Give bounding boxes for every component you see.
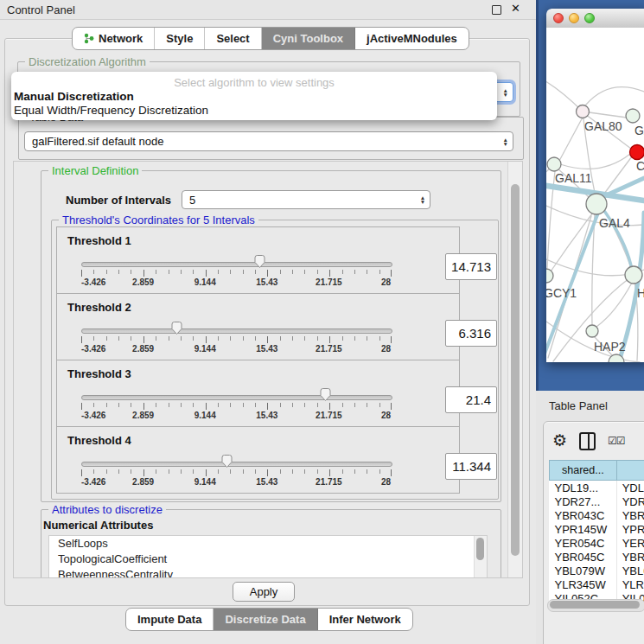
attributes-group-title: Attributes to discretize (48, 503, 166, 516)
node-red[interactable] (630, 145, 644, 160)
attribute-item-betweennesscentrality[interactable]: BetweennessCentrality (49, 567, 487, 578)
scale-label: 9.144 (194, 344, 216, 354)
table-row[interactable]: YBL079WYBL0 (550, 564, 644, 577)
tab-impute-data[interactable]: Impute Data (126, 609, 214, 630)
network-edge (560, 154, 630, 169)
tab-select[interactable]: Select (205, 28, 261, 49)
threshold-value-field[interactable]: 6.316 (445, 320, 497, 347)
table-row[interactable]: YER054CYER0 (550, 536, 644, 550)
float-window-icon[interactable] (492, 5, 501, 15)
table-panel-title: Table Panel (549, 399, 608, 412)
table-cell[interactable]: YDL19... (550, 481, 617, 495)
network-window-titlebar[interactable] (546, 9, 644, 29)
table-cell[interactable]: YER0 (616, 536, 644, 550)
attributes-list-scrollbar[interactable] (474, 536, 487, 578)
close-traffic-light[interactable] (553, 13, 564, 23)
slider-ticks (81, 403, 392, 410)
table-cell[interactable]: YBR0 (616, 508, 644, 522)
table-cell[interactable]: YLR3 (616, 577, 644, 591)
attribute-item-topologicalcoefficient[interactable]: TopologicalCoefficient (49, 552, 487, 567)
columns-icon[interactable] (579, 432, 596, 450)
scale-label: 9.144 (194, 277, 216, 287)
table-cell[interactable]: YER054C (550, 536, 617, 550)
table-horizontal-scrollbar[interactable] (547, 599, 644, 612)
number-of-intervals-combobox[interactable]: 5 ▲▼ (182, 190, 430, 209)
table-row[interactable]: YDL19...YDL1 (550, 481, 644, 495)
table-cell[interactable]: YPR145W (550, 522, 617, 536)
close-icon[interactable]: ✕ (511, 2, 520, 15)
dropdown-item-manual-discretization[interactable]: Manual Discretization (11, 90, 497, 104)
end-tick (391, 469, 392, 476)
column-header-shared[interactable]: shared... (550, 461, 617, 481)
tab-label: Network (99, 32, 143, 45)
major-ticks (81, 336, 392, 343)
tab-cyni-toolbox[interactable]: Cyni Toolbox (262, 28, 355, 49)
threshold-value-field[interactable]: 11.344 (445, 453, 497, 480)
node-h[interactable] (625, 266, 642, 284)
node-hap2[interactable] (586, 325, 598, 337)
scrollbar-thumb[interactable] (550, 601, 640, 609)
table-row[interactable]: YDR27...YDR2 (550, 494, 644, 508)
tab-network[interactable]: Network (73, 28, 155, 49)
table-row[interactable]: YBR043CYBR0 (550, 508, 644, 522)
table-row[interactable]: YBR045CYBR0 (550, 550, 644, 564)
tab-label: Infer Network (329, 613, 401, 626)
table-cell[interactable]: YDL1 (616, 481, 644, 495)
tab-jactivemnodules[interactable]: jActiveMNodules (355, 28, 469, 49)
table-cell[interactable]: YBL0 (616, 564, 644, 577)
attribute-item-selfloops[interactable]: SelfLoops (49, 536, 487, 552)
node-label-gal11: GAL11 (555, 171, 592, 185)
table-cell[interactable]: YDR2 (616, 494, 644, 508)
slider-scale-labels: -3.4262.8599.14415.4321.71528 (81, 411, 391, 421)
table-cell[interactable]: YDR27... (550, 494, 617, 508)
dropdown-item-equal-width-frequency-discretization[interactable]: Equal Width/Frequency Discretization (11, 104, 497, 118)
table-cell[interactable]: YLR345W (550, 577, 617, 591)
scale-label: 2.859 (132, 277, 154, 287)
node-gal80[interactable] (577, 105, 590, 118)
minimize-traffic-light[interactable] (569, 13, 579, 23)
slider-track[interactable] (81, 395, 392, 400)
slider-thumb[interactable] (170, 321, 183, 335)
tab-style[interactable]: Style (155, 28, 205, 49)
slider-track[interactable] (81, 328, 392, 334)
select-checkboxes-icon[interactable]: ☑☑ (608, 435, 625, 447)
threshold-value-field[interactable]: 21.4 (445, 386, 497, 413)
node-gcy1[interactable] (546, 269, 553, 283)
scale-label: -3.426 (81, 477, 105, 487)
table-cell[interactable]: YBR043C (550, 508, 617, 522)
scrollbar-thumb[interactable] (511, 184, 520, 556)
settings-vertical-scrollbar[interactable] (507, 162, 522, 577)
node-top-right[interactable] (626, 109, 640, 123)
tab-discretize-data[interactable]: Discretize Data (214, 609, 317, 630)
slider-thumb[interactable] (220, 454, 233, 469)
tab-infer-network[interactable]: Infer Network (318, 609, 412, 630)
table-cell[interactable]: YPR1 (616, 522, 644, 536)
scale-label: -3.426 (81, 277, 105, 287)
settings-scroll-content: Interval Definition Number of Intervals … (14, 162, 508, 577)
table-row[interactable]: YLR345WYLR3 (550, 577, 644, 591)
table-data-combobox[interactable]: galFiltered.sif default node ▲▼ (24, 131, 513, 151)
gear-icon[interactable]: ⚙ (552, 432, 567, 450)
table-row[interactable]: YPR145WYPR1 (550, 522, 644, 536)
interval-definition-group: Interval Definition Number of Intervals … (41, 170, 501, 502)
slider-thumb[interactable] (319, 387, 332, 402)
scrollbar-thumb[interactable] (476, 538, 484, 560)
table-cell[interactable]: YBR045C (550, 550, 617, 564)
scale-label: -3.426 (81, 411, 105, 420)
numerical-attributes-list[interactable]: SelfLoopsTopologicalCoefficientBetweenne… (48, 535, 488, 578)
node-gal11[interactable] (547, 157, 561, 171)
slider-thumb[interactable] (253, 254, 266, 269)
slider-track[interactable] (81, 262, 392, 267)
column-header-na[interactable]: na (616, 461, 644, 481)
node-label-gcy1: GCY1 (546, 286, 577, 300)
threshold-value-field[interactable]: 14.713 (445, 253, 497, 280)
node-gal4[interactable] (586, 194, 607, 214)
apply-button[interactable]: Apply (233, 582, 295, 602)
end-tick (391, 270, 392, 277)
zoom-traffic-light[interactable] (584, 13, 595, 23)
slider-track[interactable] (81, 462, 392, 467)
table-cell[interactable]: YBR0 (616, 550, 644, 564)
table-cell[interactable]: YBL079W (550, 564, 617, 577)
scale-label: 15.43 (256, 277, 277, 287)
network-canvas[interactable]: GAL80GACGAL11GAL4GCY1HHAP2 (546, 28, 644, 362)
